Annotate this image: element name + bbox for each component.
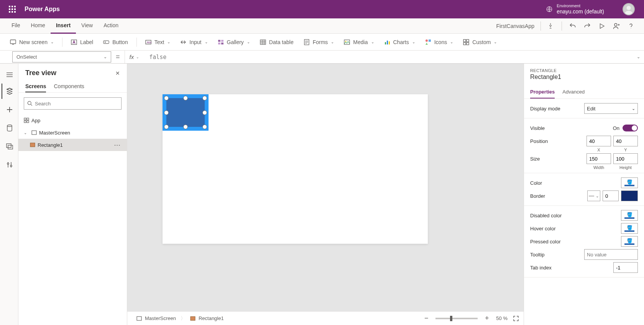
fit-to-window-button[interactable] [513,315,519,322]
share-button[interactable] [610,19,623,33]
width-input[interactable] [586,153,611,164]
menu-home[interactable]: Home [26,18,51,34]
charts-dropdown[interactable]: Charts⌄ [380,35,419,49]
menu-view[interactable]: View [76,18,98,34]
disabled-color-picker[interactable]: 🪣 [621,210,638,221]
datatable-button[interactable]: Data table [256,35,297,49]
canvas-area[interactable]: MasterScreen 〉 Rectangle1 − + 50 % [127,64,524,325]
zoom-out-button[interactable]: − [422,314,430,322]
zoom-in-button[interactable]: + [483,314,491,322]
tree-search-input[interactable] [35,101,118,107]
custom-dropdown[interactable]: Custom⌄ [459,35,501,49]
input-dropdown[interactable]: Input⌄ [176,35,211,49]
tree-tabs: Screens Components [18,81,127,93]
resize-handle-bl[interactable] [164,125,169,129]
equals-sign: = [111,51,125,63]
displaymode-select[interactable]: Edit ⌄ [584,103,638,114]
treeview-rail-button[interactable] [2,84,17,99]
svg-rect-33 [27,118,29,120]
menu-action[interactable]: Action [98,18,124,34]
menu-file[interactable]: File [6,18,26,34]
zoom-slider[interactable] [435,318,478,319]
formula-input[interactable] [144,51,632,63]
ribbon-bar: New screen⌄ Label Button Abc Text⌄ Input… [0,34,644,51]
tree-screen-node[interactable]: ⌄ MasterScreen [18,126,127,139]
menu-insert[interactable]: Insert [51,18,76,34]
visible-state: On [613,125,619,131]
insert-rail-button[interactable] [2,102,17,117]
svg-rect-38 [137,317,141,320]
tab-components[interactable]: Components [54,81,84,92]
resize-handle-r[interactable] [202,110,207,115]
media-dropdown[interactable]: Media⌄ [340,35,378,49]
position-y-input[interactable] [613,136,638,146]
svg-rect-25 [467,43,469,45]
height-input[interactable] [613,153,638,164]
chevron-down-icon[interactable]: ⌄ [24,131,29,135]
tooltip-input[interactable] [584,249,638,260]
breadcrumb-control[interactable]: Rectangle1 [186,312,228,325]
gallery-dropdown[interactable]: Gallery⌄ [214,35,254,49]
svg-rect-18 [387,41,388,44]
more-button[interactable]: ··· [114,142,124,148]
border-style-select[interactable]: ⌄ [587,190,600,201]
svg-point-30 [10,165,12,167]
separator [136,38,137,47]
label-button[interactable]: Label [67,35,97,49]
hamburger-button[interactable] [2,69,17,80]
tab-screens[interactable]: Screens [25,81,46,92]
undo-button[interactable] [566,19,580,33]
tree-control-node[interactable]: Rectangle1 ··· [18,139,127,151]
breadcrumb-screen[interactable]: MasterScreen [132,312,181,325]
environment-selector[interactable]: Environment enayu.com (default) [546,3,604,15]
tab-properties[interactable]: Properties [530,86,555,98]
media-rail-button[interactable] [2,139,17,154]
resize-handle-tr[interactable] [202,96,207,100]
resize-handle-br[interactable] [202,125,207,129]
help-button[interactable] [624,19,638,33]
color-picker[interactable]: 🪣 [621,177,638,188]
svg-rect-9 [218,40,220,42]
canvas-screen[interactable] [163,94,428,244]
resize-handle-t[interactable] [183,96,188,100]
tabindex-input[interactable] [613,262,638,273]
resize-handle-tl[interactable] [164,96,169,100]
environment-label: Environment [557,3,604,8]
svg-rect-32 [24,118,26,120]
hover-color-picker[interactable]: 🪣 [621,223,638,234]
screen-icon [136,316,142,321]
svg-point-20 [426,39,428,42]
app-checker-button[interactable] [544,19,558,33]
tree-app-node[interactable]: App [18,114,127,126]
advanced-rail-button[interactable] [2,157,17,172]
fx-button[interactable]: fx⌄ [125,51,144,63]
tab-advanced[interactable]: Advanced [562,86,585,98]
menu-bar: File Home Insert View Action FirstCanvas… [0,18,644,34]
new-screen-button[interactable]: New screen⌄ [6,35,58,49]
formula-expand-button[interactable]: ⌄ [632,51,644,63]
position-x-input[interactable] [586,136,611,146]
data-rail-button[interactable] [2,120,17,136]
icons-dropdown[interactable]: Icons⌄ [421,35,457,49]
forms-dropdown[interactable]: Forms⌄ [300,35,338,49]
property-selector[interactable]: OnSelect ⌄ [12,51,111,62]
text-dropdown[interactable]: Abc Text⌄ [141,35,174,49]
preview-button[interactable] [595,19,609,33]
tree-close-button[interactable]: ✕ [115,70,120,76]
svg-point-1 [627,6,631,10]
selected-shape[interactable] [163,94,209,131]
waffle-button[interactable] [3,0,21,18]
redo-button[interactable] [580,19,594,33]
resize-handle-l[interactable] [164,110,169,115]
resize-handle-b[interactable] [183,125,188,129]
border-width-input[interactable] [603,190,619,201]
button-button[interactable]: Button [99,35,131,49]
user-avatar[interactable] [623,3,635,15]
tree-search[interactable] [24,97,122,110]
border-color-picker[interactable] [621,190,638,201]
visible-toggle[interactable] [623,125,638,131]
chevron-down-icon: ⌄ [494,40,497,44]
control-name[interactable]: Rectangle1 [530,74,638,80]
pressed-color-picker[interactable]: 🪣 [621,236,638,247]
bottom-bar: MasterScreen 〉 Rectangle1 − + 50 % [127,311,524,325]
